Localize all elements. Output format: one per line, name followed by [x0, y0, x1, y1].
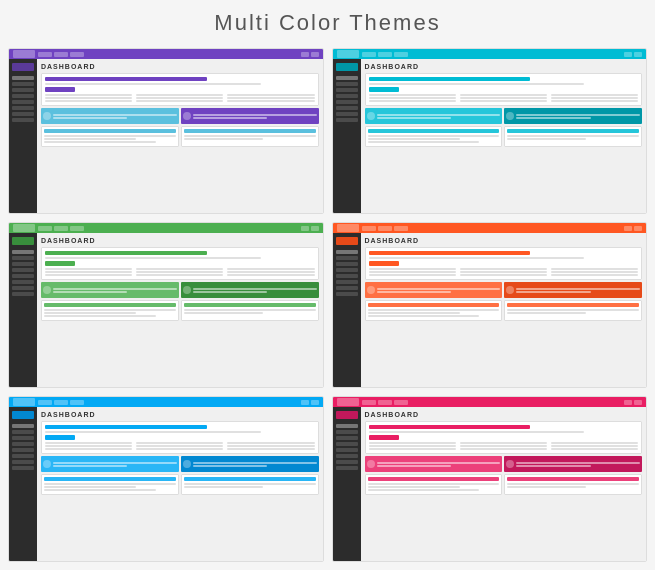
- sidebar-item: [336, 466, 358, 470]
- right-dot: [634, 52, 642, 57]
- welcome-btn: [45, 87, 75, 92]
- right-dot: [634, 226, 642, 231]
- top-nav-4: [333, 223, 647, 233]
- sidebar-5: [9, 407, 37, 561]
- theme-card-4[interactable]: DASHBOARD: [332, 222, 648, 388]
- stat-box-1: [365, 282, 503, 298]
- theme-card-3[interactable]: DASHBOARD: [8, 222, 324, 388]
- logo-5: [13, 398, 35, 406]
- theme-card-2[interactable]: DASHBOARD: [332, 48, 648, 214]
- sidebar-item: [12, 436, 34, 440]
- dashboard-heading: DASHBOARD: [365, 237, 643, 244]
- main-content-4: DASHBOARD: [361, 233, 647, 387]
- nav-item: [70, 226, 84, 231]
- welcome-title: [45, 425, 207, 429]
- right-dot: [634, 400, 642, 405]
- sidebar-item: [336, 280, 358, 284]
- sidebar-item: [336, 460, 358, 464]
- welcome-box: [365, 73, 643, 106]
- right-items-6: [624, 400, 642, 405]
- welcome-text: [45, 257, 261, 259]
- right-dot: [301, 226, 309, 231]
- stat-icon: [43, 112, 51, 120]
- welcome-box: [41, 421, 319, 454]
- sidebar-item: [12, 424, 34, 428]
- welcome-box: [365, 247, 643, 280]
- stat-box-1: [41, 108, 179, 124]
- sidebar-logo: [336, 411, 358, 419]
- nav-item: [378, 400, 392, 405]
- sidebar-item: [336, 262, 358, 266]
- sidebar-item: [12, 100, 34, 104]
- nav-item: [378, 52, 392, 57]
- logo-4: [337, 224, 359, 232]
- nav-item: [70, 52, 84, 57]
- stat-box-1: [41, 282, 179, 298]
- logo-3: [13, 224, 35, 232]
- logo-1: [13, 50, 35, 58]
- stat-box-2: [181, 108, 319, 124]
- quick-row: [41, 474, 319, 495]
- quick-row: [365, 300, 643, 321]
- right-dot: [311, 400, 319, 405]
- sidebar-item: [336, 88, 358, 92]
- sidebar-logo: [336, 237, 358, 245]
- welcome-btn: [369, 435, 399, 440]
- sidebar-item: [336, 118, 358, 122]
- top-nav-2: [333, 49, 647, 59]
- quick-box-1: [41, 300, 179, 321]
- dashboard-heading: DASHBOARD: [41, 63, 319, 70]
- right-items-1: [301, 52, 319, 57]
- welcome-box: [41, 73, 319, 106]
- quick-header: [44, 477, 176, 481]
- right-dot: [301, 400, 309, 405]
- top-nav-6: [333, 397, 647, 407]
- stat-icon: [183, 286, 191, 294]
- theme-card-6[interactable]: DASHBOARD: [332, 396, 648, 562]
- sidebar-item: [12, 82, 34, 86]
- sidebar-item: [336, 112, 358, 116]
- logo-2: [337, 50, 359, 58]
- sidebar-item: [336, 454, 358, 458]
- quick-box-1: [365, 474, 503, 495]
- sidebar-item: [12, 112, 34, 116]
- sidebar-item: [12, 88, 34, 92]
- dashboard-heading: DASHBOARD: [365, 63, 643, 70]
- welcome-text: [45, 83, 261, 85]
- theme-card-1[interactable]: DASHBOARD: [8, 48, 324, 214]
- quick-box-2: [181, 300, 319, 321]
- welcome-title: [369, 77, 531, 81]
- stats-row: [41, 108, 319, 124]
- sidebar-logo: [336, 63, 358, 71]
- welcome-title: [369, 425, 531, 429]
- stat-box-2: [181, 282, 319, 298]
- quick-box-2: [504, 126, 642, 147]
- main-content-5: DASHBOARD: [37, 407, 323, 561]
- stat-icon: [183, 112, 191, 120]
- quick-header: [184, 129, 316, 133]
- sidebar-item: [12, 94, 34, 98]
- sidebar-logo: [12, 63, 34, 71]
- sidebar-item: [336, 424, 358, 428]
- right-dot: [301, 52, 309, 57]
- right-dot: [624, 400, 632, 405]
- sidebar-item: [12, 274, 34, 278]
- right-dot: [624, 52, 632, 57]
- sidebar-item: [336, 442, 358, 446]
- sidebar-item: [12, 286, 34, 290]
- quick-box-1: [41, 126, 179, 147]
- quick-header: [368, 303, 500, 307]
- stat-icon: [367, 460, 375, 468]
- sidebar-item: [12, 250, 34, 254]
- sidebar-item: [12, 256, 34, 260]
- welcome-title: [45, 251, 207, 255]
- right-items-4: [624, 226, 642, 231]
- stat-box-2: [504, 282, 642, 298]
- theme-card-5[interactable]: DASHBOARD: [8, 396, 324, 562]
- nav-item: [362, 400, 376, 405]
- nav-item: [362, 226, 376, 231]
- dashboard-heading: DASHBOARD: [365, 411, 643, 418]
- stat-icon: [506, 112, 514, 120]
- nav-item: [38, 400, 52, 405]
- sidebar-item: [12, 442, 34, 446]
